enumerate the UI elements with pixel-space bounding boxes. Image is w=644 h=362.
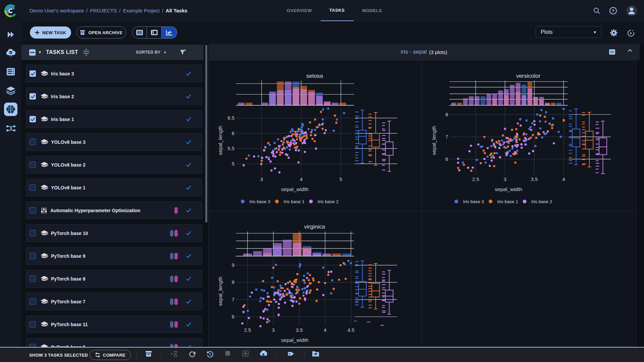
svg-text:6: 6 [232,314,234,319]
svg-text:4: 4 [562,176,565,182]
svg-text:5: 5 [232,161,234,167]
svg-text:Iris base 3: Iris base 3 [250,199,270,204]
svg-text:3.5: 3.5 [296,327,303,333]
svg-text:5.5: 5.5 [227,145,234,151]
svg-text:versicolor: versicolor [516,73,541,79]
svg-text:Iris base 2: Iris base 2 [531,199,552,204]
svg-text:4: 4 [324,327,326,333]
svg-text:2.5: 2.5 [244,327,251,333]
svg-text:virginica: virginica [304,224,325,230]
svg-text:7: 7 [445,134,448,139]
svg-text:5: 5 [339,176,342,182]
svg-text:Iris base 1: Iris base 1 [497,199,518,204]
svg-text:3.5: 3.5 [531,176,538,182]
svg-text:3: 3 [503,176,506,182]
svg-text:setosa: setosa [306,73,323,79]
svg-text:Iris base 3: Iris base 3 [463,199,484,204]
svg-text:7: 7 [232,297,234,302]
svg-text:?: ? [612,8,614,13]
svg-text:8: 8 [445,112,448,117]
svg-text:sepal_width: sepal_width [281,337,309,343]
svg-text:8: 8 [232,279,234,285]
svg-text:2.5: 2.5 [472,176,479,182]
svg-text:sepal_width: sepal_width [281,186,309,192]
svg-text:sepal_length: sepal_length [217,126,223,155]
svg-text:3: 3 [260,176,263,182]
svg-text:3: 3 [272,327,275,333]
svg-text:6.5: 6.5 [227,115,234,121]
svg-text:sepal_length: sepal_length [217,277,223,306]
svg-text:Iris base 2: Iris base 2 [318,199,338,204]
svg-text:4: 4 [300,176,303,182]
svg-text:sepal_width: sepal_width [495,186,522,192]
svg-text:4.5: 4.5 [347,327,355,333]
svg-text:6: 6 [445,156,448,162]
svg-text:Iris base 1: Iris base 1 [284,199,305,204]
svg-text:6: 6 [232,130,234,136]
svg-text:9: 9 [232,262,234,268]
svg-text:sepal_length: sepal_length [431,126,437,155]
